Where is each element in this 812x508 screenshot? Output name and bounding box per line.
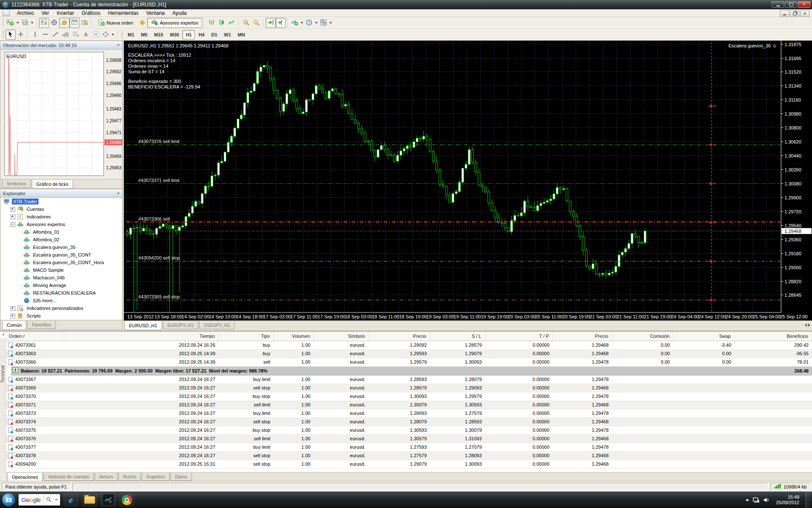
close-button[interactable]: × xyxy=(798,1,810,8)
start-button[interactable] xyxy=(2,493,16,507)
menu-item-ayuda[interactable]: Ayuda xyxy=(168,10,190,16)
cursor-button[interactable] xyxy=(5,30,16,40)
tab-favoritos[interactable]: Favoritos xyxy=(27,321,55,329)
terminal-tab-avisos[interactable]: Avisos xyxy=(95,473,118,481)
tree-item-indicadores[interactable]: fIndicadores xyxy=(1,213,122,221)
column-header-tipo[interactable]: Tipo xyxy=(219,331,274,341)
chart-tab-eurusd-h1[interactable]: EURUSD.,H1 xyxy=(124,321,162,330)
timeframe-d1[interactable]: D1 xyxy=(208,30,221,39)
auto-scroll-button[interactable] xyxy=(266,18,276,28)
expand-icon[interactable] xyxy=(11,207,15,212)
tree-item-535-more-[interactable]: 535 more... xyxy=(1,297,122,304)
tree-item-alfombra-01[interactable]: Alfombra_01 xyxy=(1,228,122,236)
data-window-toggle-button[interactable] xyxy=(49,18,59,28)
menu-item-archivo[interactable]: Archivo xyxy=(13,10,38,16)
terminal-tab-historial-de-cuentas[interactable]: Historial de cuentas xyxy=(44,473,94,481)
periods-button[interactable] xyxy=(304,18,319,28)
tree-item-escalera-guevon-35-cont[interactable]: Escalera guevon_35_CONT xyxy=(1,251,122,259)
equidistant-channel-button[interactable]: E xyxy=(60,30,71,40)
fibonacci-button[interactable]: F xyxy=(71,30,81,40)
tree-item-escalera-guevon-35[interactable]: Escalera guevon_35 xyxy=(1,243,122,251)
taskbar-clock[interactable]: 15:48 25/09/2012 xyxy=(776,494,799,505)
order-row-43073373[interactable]: 430733732012.09.24 16:27buy limit1.00eur… xyxy=(5,409,812,418)
menu-item-herramientas[interactable]: Herramientas xyxy=(104,10,142,16)
collapse-icon[interactable] xyxy=(11,222,15,227)
horizontal-line-button[interactable] xyxy=(40,30,50,40)
terminal-close-icon[interactable]: × xyxy=(1,332,6,337)
order-row-43073366[interactable]: 430733662012.09.25 14:39sell1.00eurusd.1… xyxy=(5,358,812,367)
column-header-precio[interactable]: Precio xyxy=(553,331,612,341)
chart-shift-button[interactable] xyxy=(276,18,286,28)
tab-s-mbolos[interactable]: Símbolos xyxy=(2,180,31,188)
timeframe-h4[interactable]: H4 xyxy=(195,30,208,39)
google-dropdown-icon[interactable] xyxy=(55,499,58,501)
order-row-43073367[interactable]: 430733672012.09.24 16:27buy limit1.00eur… xyxy=(5,375,812,384)
column-header-sl[interactable]: S / L xyxy=(430,331,485,341)
taskbar-chrome-icon[interactable] xyxy=(119,493,135,506)
tree-item-machacon-045[interactable]: Machacon_045 xyxy=(1,274,122,282)
order-row-43073377[interactable]: 430733772012.09.24 16:27buy limit1.00eur… xyxy=(5,443,812,452)
expand-icon[interactable] xyxy=(11,306,15,311)
hidden-icons-chevron[interactable] xyxy=(746,499,749,501)
price-chart[interactable]: #43073376 sell limit#43073371 sell limit… xyxy=(124,41,812,320)
order-row-43073363[interactable]: 430733632012.09.25 14:39buy1.00eurusd.1.… xyxy=(5,350,812,358)
taskbar-ie-icon[interactable]: e xyxy=(63,493,79,506)
terminal-toggle-button[interactable] xyxy=(69,18,80,28)
column-header-smbolo[interactable]: Símbolo xyxy=(314,331,369,341)
menu-item-ver[interactable]: Ver xyxy=(38,10,53,16)
timeframe-m5[interactable]: M5 xyxy=(137,30,151,39)
tick-chart[interactable]: EURUSD1.295081.295021.294961.294901.2948… xyxy=(0,50,122,179)
order-row-43073375[interactable]: 430733752012.09.24 16:27buy stop1.00euru… xyxy=(5,426,812,435)
scroll-right-icon[interactable] xyxy=(808,323,810,327)
timeframe-mn[interactable]: MN xyxy=(234,30,248,39)
menu-item-grficos[interactable]: Gráficos xyxy=(78,10,104,16)
order-row-43073369[interactable]: 430733692012.09.24 16:27sell stop1.00eur… xyxy=(5,384,812,392)
volume-icon[interactable] xyxy=(763,497,770,503)
tree-item-cuentas[interactable]: Cuentas xyxy=(1,205,122,213)
search-icon[interactable] xyxy=(46,497,52,502)
indicators-button[interactable] xyxy=(290,18,304,28)
chart-candles-button[interactable] xyxy=(217,18,227,28)
column-header-precio[interactable]: Precio xyxy=(369,331,430,341)
chart-tab-usdjpy-h1[interactable]: USDJPY.,H1 xyxy=(199,321,235,329)
tab-com-n[interactable]: Común xyxy=(2,321,26,330)
maximize-button[interactable] xyxy=(785,1,797,8)
order-row-43094200[interactable]: 430942002012.09.25 15:31sell stop1.00eur… xyxy=(5,460,812,469)
taskbar-explorer-icon[interactable] xyxy=(82,493,98,506)
balance-row[interactable]: Balance: 19 527.21 Patrimonio: 19 795.69… xyxy=(11,367,812,375)
zoom-in-button[interactable] xyxy=(241,18,251,28)
timeframe-m15[interactable]: M15 xyxy=(151,30,167,39)
column-header-tp[interactable]: T / P xyxy=(485,331,553,341)
vertical-line-button[interactable] xyxy=(30,30,40,40)
order-row-43073374[interactable]: 430733742012.09.24 16:27sell stop1.00eur… xyxy=(5,418,812,426)
order-row-43073371[interactable]: 430733712012.09.24 16:27sell limit1.00eu… xyxy=(5,401,812,409)
timeframe-m30[interactable]: M30 xyxy=(167,30,182,39)
new-order-button[interactable]: Nueva orden xyxy=(94,18,137,28)
tree-item-alfombra-02[interactable]: Alfombra_02 xyxy=(1,236,122,243)
menu-item-ventana[interactable]: Ventana xyxy=(142,10,168,16)
tree-item-xtb-trader[interactable]: XTB-Trader xyxy=(1,198,122,205)
trendline-button[interactable] xyxy=(50,30,60,40)
column-header-beneficios[interactable]: Beneficios xyxy=(735,331,812,341)
expand-icon[interactable] xyxy=(11,314,15,318)
google-search-widget[interactable]: Google xyxy=(18,494,60,506)
tree-item-moving-average[interactable]: Moving Average xyxy=(1,282,122,289)
show-desktop-button[interactable] xyxy=(806,491,810,508)
child-close-button[interactable]: × xyxy=(800,10,809,17)
terminal-tab-expertos[interactable]: Expertos xyxy=(142,473,169,481)
child-restore-button[interactable] xyxy=(790,10,799,17)
taskbar-mt4-icon[interactable] xyxy=(100,493,116,506)
market-watch-toggle-button[interactable] xyxy=(39,18,49,28)
column-header-orden[interactable]: Orden / xyxy=(5,331,64,341)
timeframe-w1[interactable]: W1 xyxy=(221,30,235,39)
timeframe-m1[interactable]: M1 xyxy=(124,30,137,39)
zoom-out-button[interactable] xyxy=(251,18,261,28)
chart-bars-button[interactable] xyxy=(206,18,217,28)
column-header-volumen[interactable]: Volumen xyxy=(274,331,314,341)
order-row-43073361[interactable]: 430733612012.09.24 16:26buy1.00eurusd.1.… xyxy=(5,341,812,350)
strategy-tester-toggle-button[interactable] xyxy=(80,18,90,28)
order-row-43073370[interactable]: 430733702012.09.24 16:27buy stop1.00euru… xyxy=(5,392,812,401)
timeframe-h1[interactable]: H1 xyxy=(182,30,195,39)
tree-item-restauracion-escalera[interactable]: RESTAURACION ESCALERA xyxy=(1,289,122,297)
child-minimize-button[interactable] xyxy=(780,10,789,17)
